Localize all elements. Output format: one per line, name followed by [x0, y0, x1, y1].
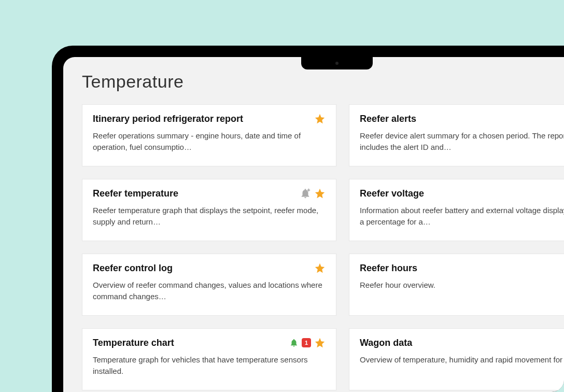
star-icon[interactable] [314, 337, 326, 348]
report-card-temperature-chart[interactable]: Temperature chart 1 Temperature graph fo… [82, 328, 336, 390]
bell-icon[interactable] [289, 338, 299, 347]
report-card-reefer-control-log[interactable]: Reefer control log Overview of reefer co… [82, 254, 336, 316]
card-description: Reefer temperature graph that displays t… [93, 205, 326, 228]
card-title: Reefer alerts [360, 113, 564, 125]
card-description: Reefer hour overview. [360, 279, 564, 291]
card-description: Reefer device alert summary for a chosen… [360, 130, 564, 153]
report-card-itinerary-period-refrigerator[interactable]: Itinerary period refrigerator report Ree… [82, 104, 336, 166]
card-title: Temperature chart [93, 337, 289, 349]
star-icon[interactable] [314, 262, 326, 274]
laptop-notch [301, 57, 373, 69]
card-title: Reefer hours [360, 262, 564, 274]
star-icon[interactable] [314, 188, 326, 199]
card-description: Overview of reefer command changes, valu… [93, 279, 326, 302]
card-grid: Itinerary period refrigerator report Ree… [82, 104, 564, 390]
bell-add-icon[interactable] [300, 188, 311, 199]
card-description: Overview of temperature, humidity and ra… [360, 354, 564, 366]
laptop-frame: Temperature Itinerary period refrigerato… [52, 46, 564, 392]
card-description: Temperature graph for vehicles that have… [93, 354, 326, 377]
page-title: Temperature [82, 72, 564, 92]
card-description: Information about reefer battery and ext… [360, 205, 564, 228]
report-card-wagon-data[interactable]: Wagon data Overview of temperature, humi… [349, 328, 564, 390]
card-title: Reefer voltage [360, 188, 564, 200]
card-description: Reefer operations summary - engine hours… [93, 130, 326, 153]
camera-dot [335, 62, 339, 65]
report-card-reefer-temperature[interactable]: Reefer temperature Reefer temperature gr… [82, 179, 336, 241]
card-title: Itinerary period refrigerator report [93, 113, 314, 125]
app-screen: Temperature Itinerary period refrigerato… [63, 57, 564, 392]
report-card-reefer-alerts[interactable]: Reefer alerts Reefer device alert summar… [349, 104, 564, 166]
report-card-reefer-hours[interactable]: Reefer hours Reefer hour overview. [349, 254, 564, 316]
star-icon[interactable] [314, 113, 326, 124]
card-title: Reefer control log [93, 262, 314, 274]
notification-badge[interactable]: 1 [302, 338, 311, 347]
report-card-reefer-voltage[interactable]: Reefer voltage Information about reefer … [349, 179, 564, 241]
card-title: Wagon data [360, 337, 564, 349]
card-title: Reefer temperature [93, 188, 300, 200]
